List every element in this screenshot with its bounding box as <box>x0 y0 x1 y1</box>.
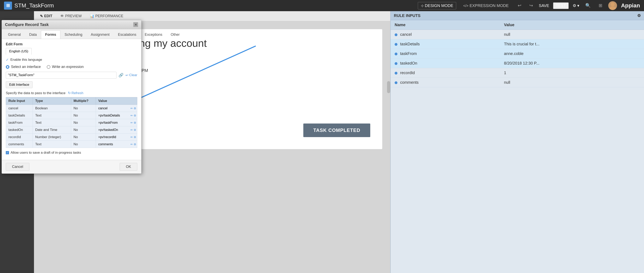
dialog-multiple: No <box>71 112 96 119</box>
edit-cell-icon[interactable]: ✏ <box>130 121 133 124</box>
svg-point-1 <box>610 6 616 10</box>
dialog-multiple: No <box>71 105 96 112</box>
value-cell-inner: comments ✏ ⚙ <box>97 142 136 147</box>
tab-scheduling[interactable]: Scheduling <box>60 30 86 39</box>
gear-cell-icon[interactable]: ⚙ <box>134 128 136 132</box>
rule-name-cell: taskDetails <box>391 39 500 49</box>
dialog-type: Date and Time <box>33 126 71 134</box>
rule-value-cell: null <box>500 30 644 39</box>
edit-cell-icon[interactable]: ✏ <box>130 128 133 132</box>
ok-button[interactable]: OK <box>120 163 137 171</box>
value-cell-inner: cancel ✏ ⚙ <box>97 106 136 111</box>
dialog-multiple: No <box>71 134 96 141</box>
value-select[interactable]: cancel <box>97 106 130 111</box>
tab-performance[interactable]: 📊 PERFORMANCE <box>86 12 127 20</box>
gear-cell-icon[interactable]: ⚙ <box>134 143 136 146</box>
gear-btn[interactable]: ⚙ ▾ <box>573 3 580 8</box>
dialog-value-cell: cancel ✏ ⚙ <box>96 105 137 112</box>
gear-cell-icon[interactable]: ⚙ <box>134 121 136 124</box>
col-value: Value <box>500 20 644 30</box>
rule-name-cell: taskFrom <box>391 49 500 58</box>
edit-cell-icon[interactable]: ✏ <box>130 107 133 110</box>
cancel-button[interactable]: Cancel <box>6 163 29 171</box>
tab-assignment[interactable]: Assignment <box>86 30 114 39</box>
draft-checkbox[interactable]: ✓ <box>6 151 9 154</box>
form-title: STM_TaskForm <box>14 2 418 9</box>
refresh-button[interactable]: ↻ Refresh <box>68 91 84 95</box>
dialog-body: Edit Form English (US) ✓ Enable this lan… <box>2 39 141 160</box>
radio-filled-icon <box>6 65 10 69</box>
performance-icon: 📊 <box>90 14 94 18</box>
radio-write-expression[interactable]: Write an expression <box>47 65 84 69</box>
rule-name: taskFrom <box>400 51 417 56</box>
tab-edit[interactable]: ✎ EDIT <box>36 12 56 20</box>
value-select[interactable]: =pv!taskFrom <box>97 120 130 125</box>
dialog-table-row: comments Text No comments ✏ ⚙ <box>6 141 137 148</box>
col-value: Value <box>96 97 137 105</box>
redo-btn[interactable]: ↪ <box>527 2 535 9</box>
gear-cell-icon[interactable]: ⚙ <box>134 107 136 110</box>
dialog-value-cell: =pv!taskedOn ✏ ⚙ <box>96 126 137 134</box>
specify-row: Specify the data to pass to the interfac… <box>6 91 137 95</box>
grid-btn[interactable]: ⊞ <box>597 2 604 9</box>
search-btn[interactable]: 🔍 <box>583 2 593 9</box>
rule-input-row: recordId 1 <box>391 68 644 78</box>
dialog-rule-input: taskFrom <box>6 119 33 126</box>
tab-preview[interactable]: 👁 PREVIEW <box>56 12 86 20</box>
gear-cell-icon[interactable]: ⚙ <box>134 114 136 117</box>
rule-inputs-settings-icon[interactable]: ⚙ <box>637 13 641 18</box>
rule-name: recordId <box>400 70 415 75</box>
dialog-type: Text <box>33 112 71 119</box>
tab-exceptions[interactable]: Exceptions <box>140 30 166 39</box>
rule-name-cell: taskedOn <box>391 58 500 68</box>
rule-dot-icon <box>395 62 398 65</box>
value-select[interactable]: =pv!taskDetails <box>97 113 130 118</box>
tab-general[interactable]: General <box>4 30 25 39</box>
save-btn[interactable]: SAVE <box>539 4 549 8</box>
undo-btn[interactable]: ↩ <box>516 2 523 9</box>
value-cell-inner: =pv!taskFrom ✏ ⚙ <box>97 120 136 125</box>
interface-browse-icon[interactable]: 🔗 <box>118 73 124 78</box>
scroll-handle[interactable] <box>387 81 390 93</box>
dialog-close-button[interactable]: ✕ <box>133 22 138 27</box>
radio-empty-icon <box>47 65 50 69</box>
dialog-tabs: General Data Forms Scheduling Assignment… <box>2 29 141 39</box>
design-mode-btn[interactable]: ⊹ DESIGN MODE <box>418 2 456 10</box>
tab-data[interactable]: Data <box>25 30 41 39</box>
value-select[interactable]: =pv!recordId <box>97 134 130 140</box>
draft-checkbox-row: ✓ Allow users to save a draft of in-prog… <box>6 151 137 155</box>
tab-forms[interactable]: Forms <box>41 30 60 39</box>
tab-escalations[interactable]: Escalations <box>114 30 140 39</box>
configure-record-task-dialog: Configure Record Task ✕ General Data For… <box>2 20 142 174</box>
interface-input[interactable] <box>6 72 116 78</box>
dialog-rule-input: comments <box>6 141 33 148</box>
clear-icon: ↩ <box>126 73 128 77</box>
edit-cell-icon[interactable]: ✏ <box>130 136 133 139</box>
value-select[interactable]: =pv!taskedOn <box>97 127 130 132</box>
dialog-type: Number (Integer) <box>33 134 71 141</box>
avatar[interactable] <box>608 1 617 10</box>
rule-name-cell: recordId <box>391 68 500 78</box>
clear-button[interactable]: ↩ Clear <box>126 73 137 77</box>
rule-value-cell: 1 <box>500 68 644 78</box>
radio-group: Select an interface Write an expression <box>6 65 137 69</box>
rule-name-cell: comments <box>391 78 500 87</box>
dialog-multiple: No <box>71 141 96 148</box>
language-tab[interactable]: English (US) <box>6 48 32 55</box>
edit-interface-button[interactable]: Edit Interface <box>6 81 32 88</box>
rule-dot-icon <box>395 72 398 74</box>
edit-cell-icon[interactable]: ✏ <box>130 143 133 146</box>
value-select[interactable]: comments <box>97 142 130 147</box>
dialog-table-body: cancel Boolean No cancel ✏ ⚙ taskDetails… <box>6 105 137 148</box>
expression-mode-btn[interactable]: </> EXPRESSION MODE <box>460 2 512 10</box>
tab-other[interactable]: Other <box>166 30 184 39</box>
test-btn[interactable]: TEST <box>553 2 568 9</box>
radio-select-interface[interactable]: Select an interface <box>6 65 41 69</box>
value-cell-inner: =pv!taskDetails ✏ ⚙ <box>97 113 136 118</box>
gear-cell-icon[interactable]: ⚙ <box>134 136 136 139</box>
rule-dot-icon <box>395 81 398 84</box>
refresh-icon: ↻ <box>68 91 71 95</box>
edit-cell-icon[interactable]: ✏ <box>130 114 133 117</box>
task-completed-button[interactable]: TASK COMPLETED <box>303 124 370 137</box>
enable-checkmark: ✓ <box>6 58 9 62</box>
